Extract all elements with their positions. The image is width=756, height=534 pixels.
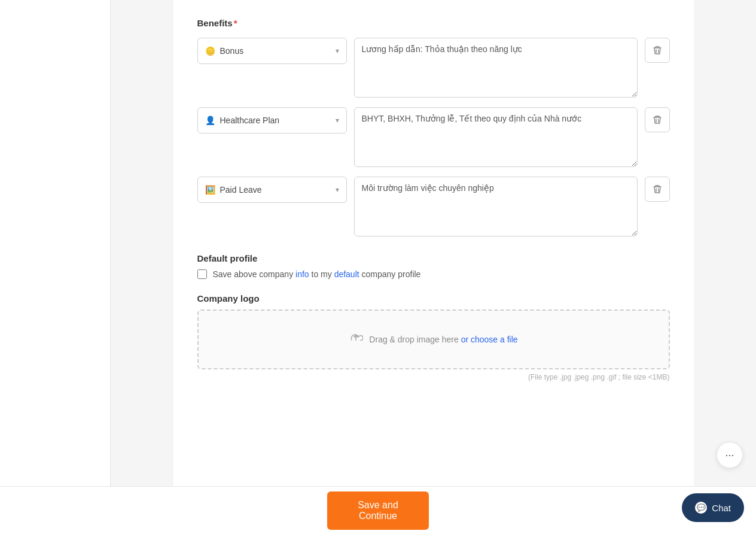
upload-icon bbox=[349, 330, 363, 348]
checkbox-text-before: Save above company bbox=[213, 269, 296, 279]
company-logo-section: Company logo Drag & drop image here or c… bbox=[197, 293, 670, 381]
benefit-row-paidleave: Paid Leave ▾ Môi trường làm việc chuyên … bbox=[197, 177, 670, 236]
company-logo-label: Company logo bbox=[197, 293, 670, 304]
form-container: Benefits* Bonus ▾ Lương hấp dẫn: Thỏa th… bbox=[173, 0, 694, 491]
benefits-label: Benefits* bbox=[197, 18, 670, 28]
drag-drop-text: Drag & drop image here bbox=[369, 335, 461, 344]
benefit-row-bonus: Bonus ▾ Lương hấp dẫn: Thỏa thuận theo n… bbox=[197, 38, 670, 98]
delete-bonus-button[interactable] bbox=[645, 38, 670, 63]
save-continue-button[interactable]: Save and Continue bbox=[327, 491, 429, 530]
benefit-select-healthcare[interactable]: Healthcare Plan ▾ bbox=[197, 107, 347, 134]
checkbox-highlight-info: info bbox=[295, 269, 309, 279]
chat-label: Chat bbox=[712, 503, 731, 513]
chevron-down-icon: ▾ bbox=[336, 47, 339, 55]
benefit-select-paidleave[interactable]: Paid Leave ▾ bbox=[197, 177, 347, 203]
paidleave-label: Paid Leave bbox=[220, 185, 262, 195]
checkbox-highlight-default: default bbox=[334, 269, 359, 279]
checkbox-text-middle: to my bbox=[309, 269, 334, 279]
checkbox-text-after: company profile bbox=[359, 269, 421, 279]
default-profile-label: Default profile bbox=[197, 253, 670, 263]
default-profile-section: Default profile Save above company info … bbox=[197, 253, 670, 279]
healthcare-textarea[interactable]: BHYT, BHXH, Thưởng lễ, Tết theo quy định… bbox=[354, 107, 638, 167]
chevron-down-icon-3: ▾ bbox=[336, 186, 339, 194]
bonus-textarea[interactable]: Lương hấp dẫn: Thỏa thuận theo năng lực bbox=[354, 38, 638, 98]
paidleave-textarea[interactable]: Môi trường làm việc chuyên nghiệp bbox=[354, 177, 638, 236]
chat-button[interactable]: Chat bbox=[682, 493, 744, 522]
healthcare-icon bbox=[205, 116, 215, 125]
upload-area[interactable]: Drag & drop image here or choose a file bbox=[197, 310, 670, 369]
bonus-icon bbox=[205, 46, 215, 56]
delete-healthcare-button[interactable] bbox=[645, 107, 670, 132]
bottom-bar: Save and Continue bbox=[0, 486, 756, 534]
upload-text: Drag & drop image here or choose a file bbox=[369, 335, 517, 344]
chevron-down-icon-2: ▾ bbox=[336, 116, 339, 125]
delete-paidleave-button[interactable] bbox=[645, 177, 670, 202]
healthcare-label: Healthcare Plan bbox=[220, 116, 280, 125]
benefits-title: Benefits bbox=[197, 18, 233, 28]
bonus-label: Bonus bbox=[220, 46, 244, 56]
chat-bubble-icon bbox=[695, 502, 707, 514]
choose-file-link[interactable]: or choose a file bbox=[461, 335, 518, 344]
required-star: * bbox=[234, 18, 237, 28]
default-profile-checkbox-row[interactable]: Save above company info to my default co… bbox=[197, 269, 670, 279]
benefit-row-healthcare: Healthcare Plan ▾ BHYT, BHXH, Thưởng lễ,… bbox=[197, 107, 670, 167]
more-options-button[interactable]: ··· bbox=[717, 442, 743, 468]
default-profile-checkbox[interactable] bbox=[197, 269, 207, 279]
left-sidebar bbox=[0, 0, 111, 534]
benefit-select-bonus[interactable]: Bonus ▾ bbox=[197, 38, 347, 64]
paidleave-icon bbox=[205, 185, 215, 195]
file-hint: (File type .jpg .jpeg .png .gif ; file s… bbox=[197, 373, 670, 381]
default-profile-text: Save above company info to my default co… bbox=[213, 269, 421, 279]
